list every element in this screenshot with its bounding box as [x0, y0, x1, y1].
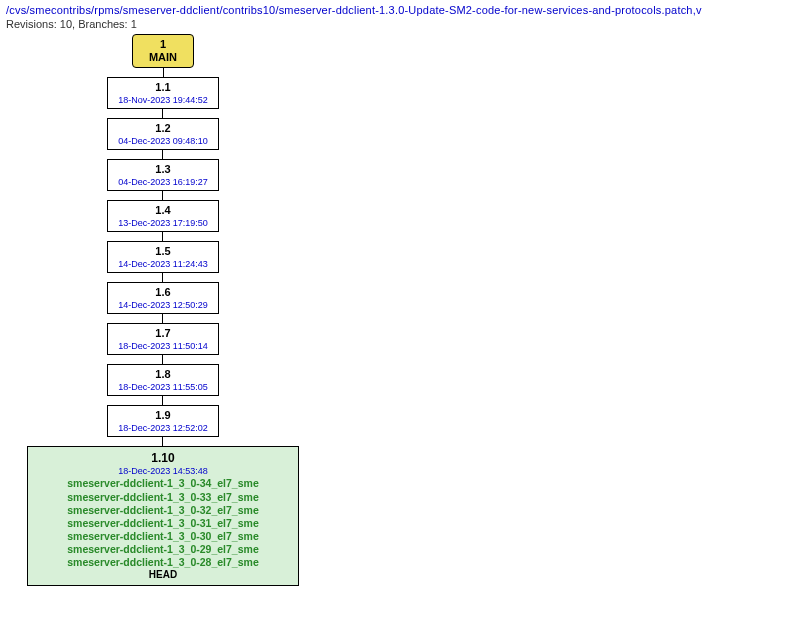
connector-line — [162, 191, 163, 200]
branch-label-main[interactable]: 1 MAIN — [132, 34, 194, 68]
revision-date: 18-Dec-2023 12:52:02 — [118, 423, 208, 435]
connector-line — [162, 273, 163, 282]
revision-date: 18-Dec-2023 11:55:05 — [118, 382, 208, 394]
revision-date: 14-Dec-2023 11:24:43 — [118, 259, 208, 271]
revision-date: 04-Dec-2023 16:19:27 — [118, 177, 208, 189]
revision-node[interactable]: 1.614-Dec-2023 12:50:29 — [107, 282, 219, 314]
revision-number: 1.4 — [118, 203, 208, 217]
revision-node[interactable]: 1.514-Dec-2023 11:24:43 — [107, 241, 219, 273]
branch-id: 1 — [149, 38, 177, 51]
revision-number: 1.8 — [118, 367, 208, 381]
revision-tag: smeserver-ddclient-1_3_0-30_el7_sme — [36, 530, 290, 543]
revision-number: 1.2 — [118, 121, 208, 135]
connector-line — [162, 109, 163, 118]
revision-node[interactable]: 1.818-Dec-2023 11:55:05 — [107, 364, 219, 396]
connector-line — [162, 437, 163, 446]
branch-name: MAIN — [149, 51, 177, 64]
revision-node[interactable]: 1.918-Dec-2023 12:52:02 — [107, 405, 219, 437]
revision-tag: smeserver-ddclient-1_3_0-34_el7_sme — [36, 477, 290, 490]
revision-node[interactable]: 1.718-Dec-2023 11:50:14 — [107, 323, 219, 355]
revision-node-head[interactable]: 1.10 18-Dec-2023 14:53:48 smeserver-ddcl… — [27, 446, 299, 586]
revision-date: 18-Dec-2023 11:50:14 — [118, 341, 208, 353]
revision-number: 1.1 — [118, 80, 208, 94]
revision-node[interactable]: 1.118-Nov-2023 19:44:52 — [107, 77, 219, 109]
revision-number: 1.5 — [118, 244, 208, 258]
file-path: /cvs/smecontribs/rpms/smeserver-ddclient… — [6, 4, 800, 16]
revision-date: 04-Dec-2023 09:48:10 — [118, 136, 208, 148]
connector-line — [162, 232, 163, 241]
revision-node[interactable]: 1.304-Dec-2023 16:19:27 — [107, 159, 219, 191]
revision-number: 1.10 — [36, 451, 290, 466]
revision-number: 1.7 — [118, 326, 208, 340]
revision-date: 14-Dec-2023 12:50:29 — [118, 300, 208, 312]
revision-date: 18-Dec-2023 14:53:48 — [36, 466, 290, 477]
connector-line — [162, 355, 163, 364]
revision-tree: 1 MAIN 1.118-Nov-2023 19:44:521.204-Dec-… — [8, 34, 318, 586]
page-header: /cvs/smecontribs/rpms/smeserver-ddclient… — [0, 0, 806, 30]
connector-line — [162, 150, 163, 159]
revision-tag: smeserver-ddclient-1_3_0-28_el7_sme — [36, 556, 290, 569]
revision-tag: smeserver-ddclient-1_3_0-33_el7_sme — [36, 491, 290, 504]
revision-tag: smeserver-ddclient-1_3_0-29_el7_sme — [36, 543, 290, 556]
connector-line — [162, 314, 163, 323]
revision-number: 1.9 — [118, 408, 208, 422]
revision-number: 1.6 — [118, 285, 208, 299]
revision-summary: Revisions: 10, Branches: 1 — [6, 18, 800, 30]
revision-node[interactable]: 1.413-Dec-2023 17:19:50 — [107, 200, 219, 232]
revision-tag: smeserver-ddclient-1_3_0-32_el7_sme — [36, 504, 290, 517]
connector-line — [163, 68, 164, 77]
revision-date: 13-Dec-2023 17:19:50 — [118, 218, 208, 230]
revision-tag: smeserver-ddclient-1_3_0-31_el7_sme — [36, 517, 290, 530]
revision-graph: 1 MAIN 1.118-Nov-2023 19:44:521.204-Dec-… — [0, 34, 806, 586]
revision-date: 18-Nov-2023 19:44:52 — [118, 95, 208, 107]
connector-line — [162, 396, 163, 405]
revision-node[interactable]: 1.204-Dec-2023 09:48:10 — [107, 118, 219, 150]
head-label: HEAD — [36, 569, 290, 582]
revision-number: 1.3 — [118, 162, 208, 176]
